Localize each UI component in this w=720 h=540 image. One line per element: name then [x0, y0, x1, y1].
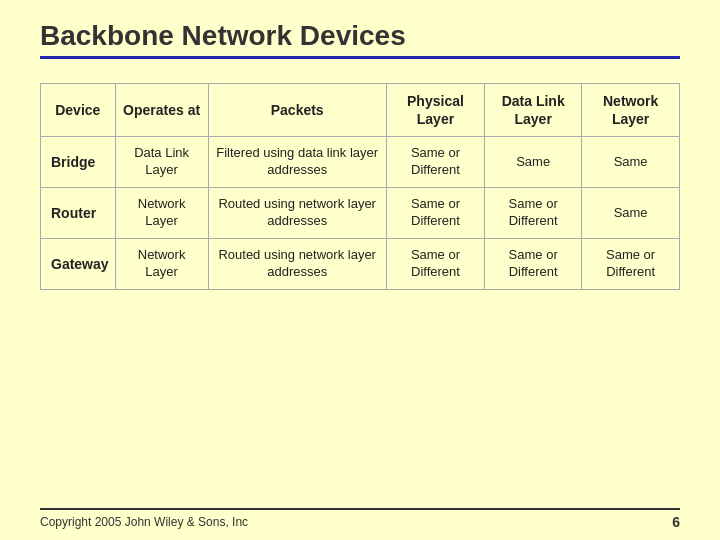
title-underline: [40, 56, 680, 59]
header-operates-at: Operates at: [115, 84, 208, 137]
table-row: Gateway Network Layer Routed using netwo…: [41, 238, 680, 289]
table-row: Bridge Data Link Layer Filtered using da…: [41, 137, 680, 188]
copyright-text: Copyright 2005 John Wiley & Sons, Inc: [40, 515, 248, 529]
bridge-packets: Filtered using data link layer addresses: [208, 137, 386, 188]
page-title: Backbone Network Devices: [40, 20, 680, 52]
devices-table: Device Operates at Packets Physical Laye…: [40, 83, 680, 290]
header-device: Device: [41, 84, 116, 137]
device-bridge: Bridge: [41, 137, 116, 188]
router-network-layer: Same: [582, 188, 680, 239]
header-packets: Packets: [208, 84, 386, 137]
header-physical-layer: Physical Layer: [386, 84, 484, 137]
footer: Copyright 2005 John Wiley & Sons, Inc 6: [40, 508, 680, 530]
router-operates-at: Network Layer: [115, 188, 208, 239]
router-data-link-layer: Same or Different: [485, 188, 582, 239]
page-number: 6: [672, 514, 680, 530]
gateway-operates-at: Network Layer: [115, 238, 208, 289]
header-network-layer: Network Layer: [582, 84, 680, 137]
table-header-row: Device Operates at Packets Physical Laye…: [41, 84, 680, 137]
table-row: Router Network Layer Routed using networ…: [41, 188, 680, 239]
gateway-packets: Routed using network layer addresses: [208, 238, 386, 289]
gateway-data-link-layer: Same or Different: [485, 238, 582, 289]
gateway-network-layer: Same or Different: [582, 238, 680, 289]
router-packets: Routed using network layer addresses: [208, 188, 386, 239]
router-physical-layer: Same or Different: [386, 188, 484, 239]
bridge-data-link-layer: Same: [485, 137, 582, 188]
gateway-physical-layer: Same or Different: [386, 238, 484, 289]
bridge-operates-at: Data Link Layer: [115, 137, 208, 188]
title-section: Backbone Network Devices: [40, 20, 680, 59]
bridge-physical-layer: Same or Different: [386, 137, 484, 188]
bridge-network-layer: Same: [582, 137, 680, 188]
page-container: Backbone Network Devices Device Operates…: [0, 0, 720, 540]
device-router: Router: [41, 188, 116, 239]
table-container: Device Operates at Packets Physical Laye…: [40, 83, 680, 500]
header-data-link-layer: Data Link Layer: [485, 84, 582, 137]
device-gateway: Gateway: [41, 238, 116, 289]
